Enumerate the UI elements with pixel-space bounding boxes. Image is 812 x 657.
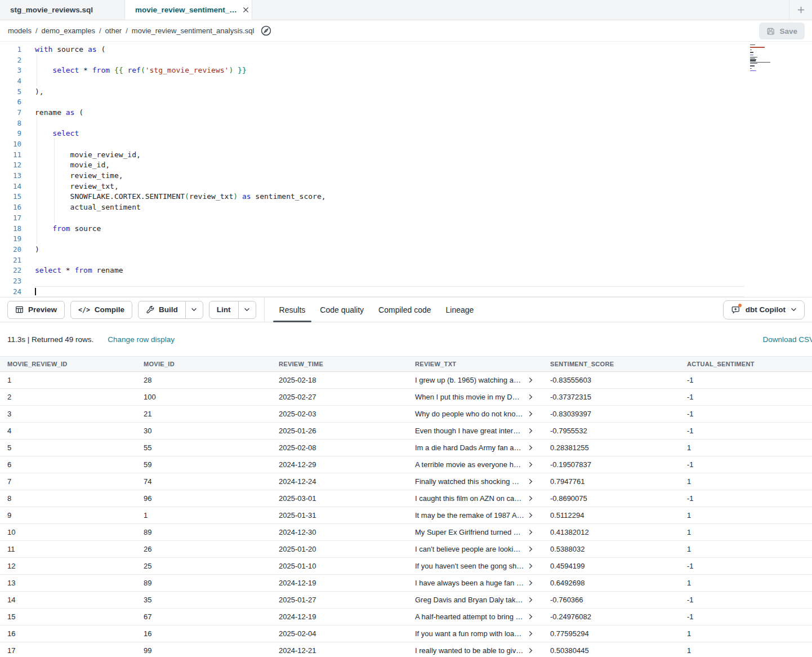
code-line[interactable]: from source: [35, 223, 744, 234]
table-cell: 10: [0, 528, 136, 536]
table-cell: -0.19507837: [543, 460, 680, 469]
code-line[interactable]: select: [35, 128, 744, 139]
cursor-caret: [35, 288, 36, 295]
code-line[interactable]: [35, 139, 744, 149]
indent-guide: [54, 212, 55, 223]
code-line[interactable]: [35, 55, 744, 65]
lint-menu-button[interactable]: [238, 301, 256, 318]
table-cell: -1: [680, 427, 812, 435]
save-button[interactable]: Save: [759, 23, 805, 39]
code-line[interactable]: [35, 96, 744, 107]
change-row-display-link[interactable]: Change row display: [108, 335, 175, 344]
code-line[interactable]: select * from {{ ref('stg_movie_reviews'…: [35, 65, 744, 76]
expand-cell-icon[interactable]: [528, 478, 533, 485]
table-cell: 0.28381255: [543, 443, 680, 452]
code-line[interactable]: [35, 233, 744, 244]
expand-cell-icon[interactable]: [528, 411, 533, 417]
tab-close-icon[interactable]: [243, 7, 249, 13]
copilot-compass-icon[interactable]: [260, 25, 272, 37]
file-tab-stg-movie-reviews-sql[interactable]: stg_movie_reviews.sql: [0, 0, 125, 20]
dbt-copilot-button[interactable]: dbt Copilot: [723, 300, 805, 319]
table-cell: 2024-12-21: [271, 646, 408, 655]
editor-line: 15 SNOWFLAKE.CORTEX.SENTIMENT(review_txt…: [0, 192, 812, 202]
table-cell-review-txt: I have always been a huge fan of "Hom…: [408, 579, 543, 587]
code-line[interactable]: ),: [35, 86, 744, 97]
table-cell-review-txt: A terrible movie as everyone has said. …: [408, 460, 543, 469]
expand-cell-icon[interactable]: [528, 377, 533, 383]
tab-code-quality[interactable]: Code quality: [314, 298, 370, 322]
code-line[interactable]: review_txt,: [35, 181, 744, 192]
code-line[interactable]: [35, 255, 744, 265]
line-number: 13: [0, 171, 21, 180]
indent-guide: [37, 76, 37, 86]
table-cell: -1: [680, 596, 812, 604]
table-cell: 21: [136, 410, 271, 418]
table-row: 3212025-02-03Why do people who do not kn…: [0, 406, 812, 423]
code-line[interactable]: rename as (: [35, 107, 744, 118]
table-cell: 2025-02-04: [271, 629, 408, 638]
table-cell-review-txt: If you want a fun romp with loads of s…: [408, 629, 543, 638]
minimap-line: [750, 65, 755, 66]
minimap[interactable]: [750, 45, 788, 74]
indent-guide: [54, 170, 55, 181]
lint-button[interactable]: Lint: [209, 301, 238, 318]
new-tab-button[interactable]: [789, 0, 812, 20]
expand-cell-icon[interactable]: [528, 445, 533, 451]
code-line[interactable]: select * from rename: [35, 265, 744, 276]
download-csv-link[interactable]: Download CSV: [762, 335, 812, 344]
table-header-cell-movie-id: MOVIE_ID: [136, 361, 271, 367]
expand-cell-icon[interactable]: [528, 495, 533, 501]
expand-cell-icon[interactable]: [528, 614, 533, 620]
expand-cell-icon[interactable]: [528, 461, 533, 468]
expand-cell-icon[interactable]: [528, 597, 533, 603]
code-line[interactable]: movie_review_id,: [35, 149, 744, 160]
expand-cell-icon[interactable]: [528, 580, 533, 586]
code-line[interactable]: [35, 76, 744, 86]
code-editor[interactable]: 1with source as (23 select * from {{ ref…: [0, 42, 812, 297]
expand-cell-icon[interactable]: [528, 546, 533, 552]
table-cell: 0.4594199: [543, 562, 680, 570]
table-cell: 99: [136, 646, 271, 655]
tab-compiled-code[interactable]: Compiled code: [372, 298, 437, 322]
indent-guide: [37, 118, 37, 128]
code-line[interactable]: [35, 286, 744, 297]
expand-cell-icon[interactable]: [528, 428, 533, 434]
save-icon: [766, 27, 775, 35]
table-cell: 2025-02-27: [271, 393, 408, 401]
build-button[interactable]: Build: [139, 301, 185, 318]
code-line[interactable]: movie_id,: [35, 160, 744, 171]
code-line[interactable]: [35, 276, 744, 286]
minimap-line: [750, 58, 755, 59]
tab-results[interactable]: Results: [273, 298, 312, 322]
table-cell: 1: [680, 646, 812, 655]
table-cell-review-txt: I grew up (b. 1965) watching and lovin…: [408, 376, 543, 384]
table-cell: 2024-12-19: [271, 579, 408, 587]
query-status-text: 11.3s | Returned 49 rows.: [7, 335, 93, 344]
table-cell: 17: [0, 646, 136, 655]
code-line[interactable]: with source as (: [35, 44, 744, 55]
indent-guide: [54, 139, 55, 149]
expand-cell-icon[interactable]: [528, 563, 533, 569]
preview-button[interactable]: Preview: [7, 301, 65, 319]
code-line[interactable]: [35, 118, 744, 128]
tab-lineage[interactable]: Lineage: [440, 298, 480, 322]
expand-cell-icon[interactable]: [528, 394, 533, 400]
code-line[interactable]: [35, 212, 744, 223]
code-line[interactable]: ): [35, 244, 744, 255]
expand-cell-icon[interactable]: [528, 647, 533, 654]
expand-cell-icon[interactable]: [528, 631, 533, 637]
editor-line: 24: [0, 286, 812, 297]
table-cell-review-txt: A half-hearted attempt to bring Elvis P…: [408, 612, 543, 621]
table-cell: 14: [0, 596, 136, 604]
file-tab-label: stg_movie_reviews.sql: [10, 6, 93, 14]
expand-cell-icon[interactable]: [528, 512, 533, 518]
build-menu-button[interactable]: [185, 301, 203, 318]
code-line[interactable]: actual_sentiment: [35, 202, 744, 212]
file-tab-movie-review-sentiment[interactable]: movie_review_sentiment_…: [125, 0, 252, 20]
table-cell: 0.77595294: [543, 629, 680, 638]
code-line[interactable]: review_time,: [35, 170, 744, 181]
expand-cell-icon[interactable]: [528, 529, 533, 535]
code-line[interactable]: SNOWFLAKE.CORTEX.SENTIMENT(review_txt) a…: [35, 192, 744, 202]
line-number: 8: [0, 119, 21, 127]
compile-button[interactable]: </> Compile: [70, 301, 132, 319]
